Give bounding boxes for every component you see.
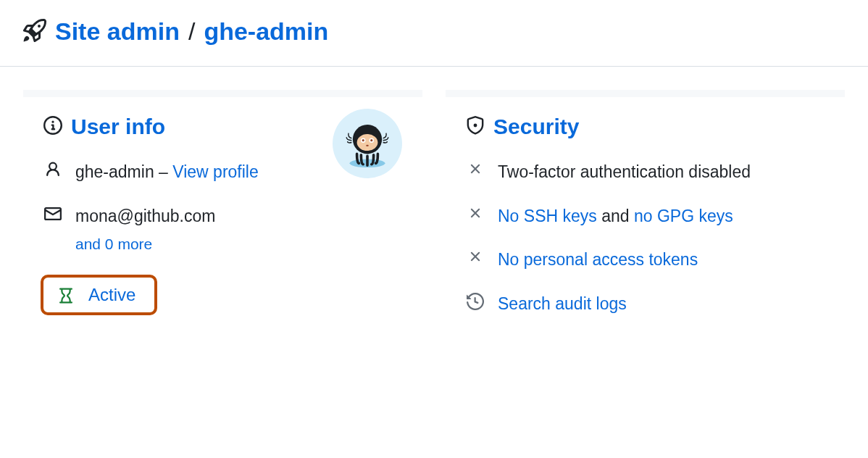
view-profile-link[interactable]: View profile — [172, 162, 258, 181]
no-gpg-keys-link[interactable]: no GPG keys — [634, 207, 733, 225]
x-icon — [466, 247, 485, 265]
person-icon — [43, 159, 62, 178]
search-audit-logs-link[interactable]: Search audit logs — [498, 294, 627, 313]
breadcrumb: Site admin / ghe-admin — [0, 0, 868, 67]
security-header: Security — [466, 114, 825, 139]
active-status-row: Active — [41, 275, 157, 315]
panel-divider — [446, 90, 845, 97]
no-pat-link[interactable]: No personal access tokens — [498, 250, 698, 269]
svg-point-7 — [366, 145, 369, 146]
username-dash: – — [154, 162, 173, 181]
user-info-panel: User info — [23, 90, 422, 335]
info-icon — [43, 116, 62, 138]
username-text: ghe-admin — [75, 162, 154, 181]
avatar — [333, 109, 402, 178]
mail-icon — [43, 204, 62, 222]
panels: User info — [0, 67, 868, 358]
svg-point-6 — [370, 139, 372, 141]
more-emails-link[interactable]: and 0 more — [75, 233, 402, 256]
breadcrumb-site-admin[interactable]: Site admin — [55, 17, 180, 46]
pat-row: No personal access tokens — [466, 247, 825, 272]
security-panel: Security Two-factor authentication disab… — [446, 90, 845, 335]
keys-and-text: and — [597, 207, 634, 225]
x-icon — [466, 159, 485, 177]
two-factor-text: Two-factor authentication disabled — [498, 159, 825, 185]
breadcrumb-username[interactable]: ghe-admin — [204, 17, 328, 46]
svg-point-2 — [357, 134, 378, 151]
two-factor-row: Two-factor authentication disabled — [466, 159, 825, 185]
security-title[interactable]: Security — [493, 114, 579, 139]
breadcrumb-separator: / — [188, 17, 195, 46]
panel-divider — [23, 90, 422, 97]
audit-logs-row: Search audit logs — [466, 291, 825, 317]
active-link[interactable]: Active — [88, 285, 135, 305]
shield-icon — [466, 116, 485, 138]
user-info-title[interactable]: User info — [71, 114, 165, 139]
email-row: mona@github.com and 0 more — [43, 204, 402, 256]
rocket-icon — [23, 19, 46, 45]
x-icon — [466, 204, 485, 221]
svg-point-4 — [362, 139, 364, 141]
hourglass-icon — [57, 286, 75, 304]
email-text: mona@github.com — [75, 207, 215, 225]
keys-row: No SSH keys and no GPG keys — [466, 204, 825, 229]
history-icon — [466, 291, 485, 310]
no-ssh-keys-link[interactable]: No SSH keys — [498, 207, 597, 225]
